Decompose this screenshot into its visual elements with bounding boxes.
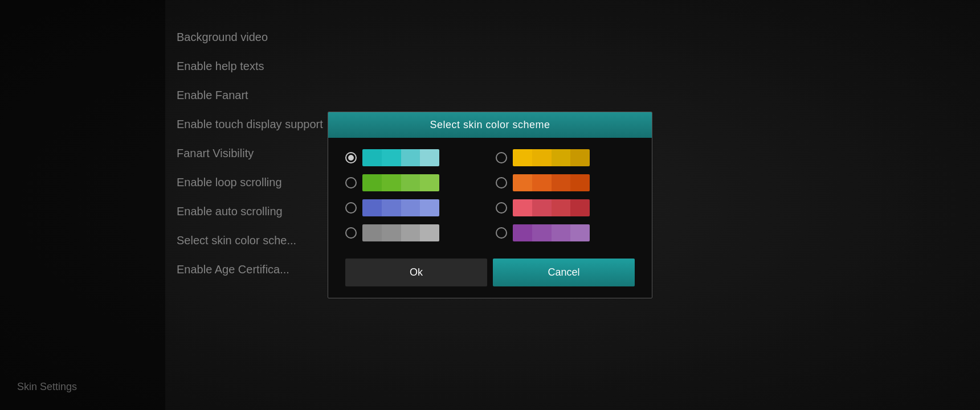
color-swatch-green [362,174,439,191]
radio-orange[interactable] [496,177,507,188]
ok-button[interactable]: Ok [345,259,487,286]
color-swatch-blue [362,199,439,216]
color-option-green[interactable] [345,174,484,191]
color-swatch-yellow [513,149,590,166]
dialog-body [328,138,652,253]
color-swatch-red [513,199,590,216]
color-swatch-gray [362,224,439,241]
color-option-yellow[interactable] [496,149,635,166]
color-swatch-purple [513,224,590,241]
color-swatch-orange [513,174,590,191]
color-swatch-teal [362,149,439,166]
modal-overlay: Select skin color scheme [0,0,980,410]
color-option-teal[interactable] [345,149,484,166]
dialog-title: Select skin color scheme [328,112,652,138]
radio-yellow[interactable] [496,152,507,163]
dialog: Select skin color scheme [328,112,652,298]
color-option-purple[interactable] [496,224,635,241]
radio-purple[interactable] [496,227,507,239]
color-option-orange[interactable] [496,174,635,191]
radio-red[interactable] [496,202,507,214]
radio-teal[interactable] [345,152,357,163]
cancel-button[interactable]: Cancel [493,259,635,286]
radio-green[interactable] [345,177,357,188]
radio-gray[interactable] [345,227,357,239]
color-option-red[interactable] [496,199,635,216]
color-option-blue[interactable] [345,199,484,216]
dialog-footer: Ok Cancel [328,253,652,298]
color-option-gray[interactable] [345,224,484,241]
radio-blue[interactable] [345,202,357,214]
